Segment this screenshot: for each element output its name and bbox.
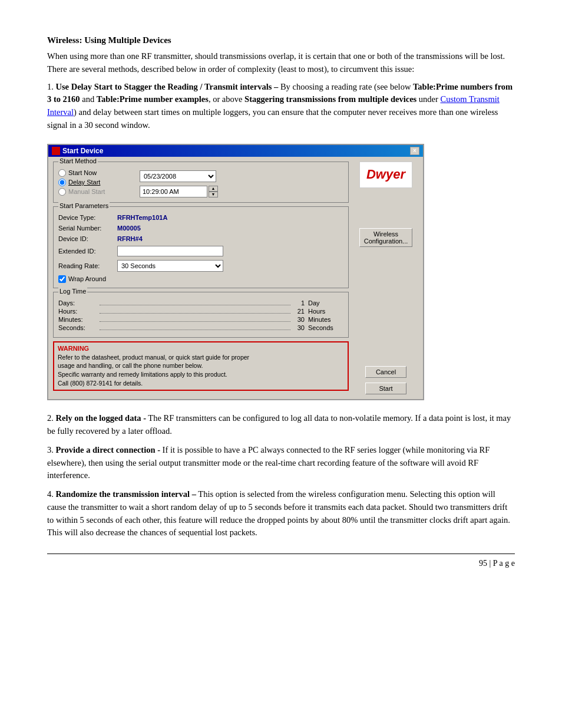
- minutes-dots: [100, 316, 290, 322]
- days-label: Days:: [58, 299, 100, 307]
- time-up-arrow[interactable]: ▲: [209, 186, 218, 192]
- hours-dots: [100, 308, 290, 314]
- device-id-label: Device ID:: [58, 235, 117, 242]
- dialog-title: Start Device: [62, 147, 103, 155]
- point1-mid: By choosing a reading rate (see below: [278, 82, 413, 91]
- manual-start-radio[interactable]: [58, 188, 66, 196]
- point1-end: ) and delay between start times on multi…: [47, 107, 498, 130]
- dwyer-logo-text: Dwyer: [366, 167, 405, 182]
- dwyer-logo: Dwyer: [359, 162, 412, 188]
- page-number: 95 | P a g e: [47, 554, 515, 568]
- hours-value: 21: [290, 308, 308, 315]
- device-type-label: Device Type:: [58, 214, 117, 221]
- minutes-value: 30: [290, 316, 308, 323]
- delay-start-radio[interactable]: [58, 179, 66, 186]
- time-input[interactable]: [140, 186, 207, 197]
- section-title: Wireless: Using Multiple Devices: [47, 35, 515, 45]
- point1-bold4: Staggering transmissions from multiple d…: [244, 94, 416, 104]
- days-unit: Day: [308, 299, 343, 307]
- point-2: 2. Rely on the logged data - The RF tran…: [47, 412, 515, 438]
- reading-rate-select[interactable]: 30 Seconds: [117, 260, 223, 272]
- hours-unit: Hours: [308, 308, 343, 315]
- extended-id-label: Extended ID:: [58, 248, 117, 255]
- days-value: 1: [290, 299, 308, 307]
- minutes-unit: Minutes: [308, 316, 343, 323]
- device-id-value: RFRH#4: [117, 235, 143, 242]
- extended-id-input[interactable]: [117, 246, 223, 256]
- time-down-arrow[interactable]: ▼: [209, 192, 218, 197]
- start-now-radio[interactable]: [58, 169, 66, 177]
- dialog-close-button[interactable]: ×: [410, 147, 419, 155]
- warning-text: Refer to the datasheet, product manual, …: [58, 353, 344, 388]
- wrap-around-checkbox[interactable]: [58, 275, 66, 283]
- hours-label: Hours:: [58, 308, 100, 315]
- serial-value: M00005: [117, 225, 141, 232]
- point1-under: under: [416, 94, 440, 104]
- seconds-label: Seconds:: [58, 324, 100, 331]
- log-time-group-label: Log Time: [58, 288, 87, 295]
- point1-and: and: [80, 94, 97, 104]
- seconds-value: 30: [290, 324, 308, 331]
- wireless-config-button[interactable]: WirelessConfiguration...: [359, 228, 412, 247]
- wrap-around-label: Wrap Around: [68, 275, 106, 282]
- start-button[interactable]: Start: [365, 383, 406, 394]
- serial-label: Serial Number:: [58, 225, 117, 232]
- start-method-group-label: Start Method: [58, 157, 98, 164]
- point1-bold1: Use Delay Start to Stagger the Reading /…: [56, 82, 279, 91]
- dialog-icon: [52, 147, 60, 155]
- device-type-value: RFRHTemp101A: [117, 214, 167, 221]
- days-dots: [100, 299, 290, 305]
- intro-paragraph: When using more than one RF transmitter,…: [47, 50, 515, 76]
- point4-bold: Randomize the transmission interval –: [56, 489, 196, 499]
- point3-bold: Provide a direct connection -: [56, 445, 160, 454]
- point1-cont: , or above: [209, 94, 244, 104]
- warning-title: WARNING: [58, 345, 344, 352]
- manual-start-label: Manual Start: [68, 188, 105, 195]
- point2-bold: Rely on the logged data -: [56, 413, 146, 423]
- warning-box: WARNING Refer to the datasheet, product …: [53, 341, 349, 391]
- date-input[interactable]: 05/23/2008: [140, 170, 216, 182]
- point1-number: 1.: [47, 82, 56, 91]
- point-3: 3. Provide a direct connection - If it i…: [47, 444, 515, 482]
- delay-start-label: Delay Start: [68, 179, 100, 186]
- seconds-dots: [100, 324, 290, 330]
- start-device-dialog: Start Device × Start Method Start Now: [47, 144, 424, 401]
- reading-rate-label: Reading Rate:: [58, 262, 117, 269]
- point1-bold3: Table:Prime number examples: [97, 94, 209, 104]
- minutes-label: Minutes:: [58, 316, 100, 323]
- start-params-group-label: Start Parameters: [58, 202, 110, 209]
- cancel-button[interactable]: Cancel: [365, 366, 406, 378]
- start-now-label: Start Now: [68, 169, 97, 176]
- dialog-titlebar: Start Device ×: [48, 145, 423, 157]
- seconds-unit: Seconds: [308, 324, 343, 331]
- point-4: 4. Randomize the transmission interval –…: [47, 488, 515, 539]
- point-1: 1. Use Delay Start to Stagger the Readin…: [47, 81, 515, 132]
